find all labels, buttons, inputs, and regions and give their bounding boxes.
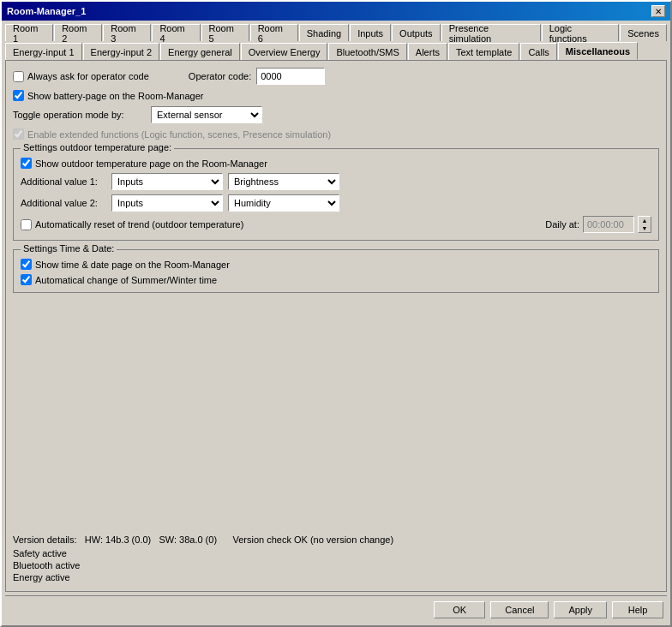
main-window: Room-Manager_1 ✕ Room 1 Room 2 Room 3 Ro… — [0, 0, 672, 627]
auto-summer-checkbox[interactable] — [21, 274, 32, 285]
auto-summer-label: Automatical change of Summer/Winter time — [35, 275, 217, 285]
tab-room4[interactable]: Room 4 — [152, 24, 200, 41]
auto-reset-checkbox-group: Automatically reset of trend (outdoor te… — [21, 219, 243, 230]
tab-presence-simulation[interactable]: Presence simulation — [441, 24, 541, 41]
ok-button[interactable]: OK — [434, 601, 485, 618]
input-select-1[interactable]: Inputs — [111, 173, 223, 190]
version-area: Version details: HW: 14b.3 (0.0) SW: 38a… — [13, 529, 659, 584]
window-content: Room 1 Room 2 Room 3 Room 4 Room 5 Room … — [2, 21, 670, 625]
outdoor-groupbox-title: Settings outdoor temperature page: — [21, 142, 174, 152]
always-ask-row: Always ask for operator code Operator co… — [13, 68, 659, 85]
time-spinner[interactable]: ▲ ▼ — [638, 216, 651, 233]
outdoor-groupbox-content: Show outdoor temperature page on the Roo… — [21, 158, 651, 233]
auto-summer-row: Automatical change of Summer/Winter time — [21, 274, 651, 285]
tab-outputs[interactable]: Outputs — [392, 24, 441, 41]
show-time-row: Show time & date page on the Room-Manage… — [21, 259, 651, 270]
window-title: Room-Manager_1 — [7, 6, 86, 16]
tab-inputs[interactable]: Inputs — [350, 24, 391, 41]
enable-extended-checkbox — [13, 128, 24, 140]
title-bar: Room-Manager_1 ✕ — [2, 2, 670, 21]
apply-button[interactable]: Apply — [554, 601, 607, 618]
bluetooth-status: Bluetooth active — [13, 560, 659, 570]
tab-room2[interactable]: Room 2 — [54, 24, 102, 41]
brightness-select[interactable]: Brightness — [228, 173, 339, 190]
toggle-label: Toggle operation mode by: — [13, 110, 146, 120]
toggle-mode-row: Toggle operation mode by: External senso… — [13, 106, 659, 123]
tab-bluetooth-sms[interactable]: Bluetooth/SMS — [328, 43, 406, 60]
show-outdoor-row: Show outdoor temperature page on the Roo… — [21, 158, 651, 169]
operator-code-input[interactable] — [256, 68, 325, 85]
additional-value2-row: Additional value 2: Inputs Humidity — [21, 194, 651, 212]
tab-logic-functions[interactable]: Logic functions — [542, 24, 620, 41]
time-date-groupbox: Settings Time & Date: Show time & date p… — [13, 249, 659, 293]
toggle-select[interactable]: External sensor — [151, 106, 262, 123]
auto-reset-label: Automatically reset of trend (outdoor te… — [35, 219, 243, 230]
help-button[interactable]: Help — [612, 601, 663, 618]
tab-scenes[interactable]: Scenes — [620, 24, 667, 41]
spin-up-button[interactable]: ▲ — [639, 217, 651, 224]
operator-code-label: Operator code: — [189, 71, 251, 81]
tab-room5[interactable]: Room 5 — [201, 24, 249, 41]
auto-reset-checkbox[interactable] — [21, 219, 32, 230]
outdoor-groupbox: Settings outdoor temperature page: Show … — [13, 148, 659, 241]
tab-room3[interactable]: Room 3 — [103, 24, 151, 41]
energy-status: Energy active — [13, 572, 659, 582]
safety-status: Safety active — [13, 548, 659, 558]
tab-miscellaneous[interactable]: Miscellaneous — [558, 42, 638, 60]
tab-energy-input2[interactable]: Energy-input 2 — [83, 43, 160, 60]
additional-value2-label: Additional value 2: — [21, 198, 106, 208]
version-check-label: Version check OK (no version change) — [232, 534, 393, 545]
show-outdoor-label: Show outdoor temperature page on the Roo… — [35, 158, 267, 169]
additional-value1-row: Additional value 1: Inputs Brightness — [21, 173, 651, 190]
show-battery-checkbox[interactable] — [13, 90, 24, 101]
always-ask-checkbox-group: Always ask for operator code — [13, 71, 149, 82]
close-button[interactable]: ✕ — [651, 5, 665, 17]
enable-extended-label: Enable extended functions (Logic functio… — [27, 129, 331, 140]
tab-calls[interactable]: Calls — [520, 43, 556, 60]
always-ask-checkbox[interactable] — [13, 71, 24, 82]
enable-extended-checkbox-group: Enable extended functions (Logic functio… — [13, 128, 331, 140]
tab-overview-energy[interactable]: Overview Energy — [241, 43, 328, 60]
time-input — [583, 216, 634, 233]
show-time-checkbox[interactable] — [21, 259, 32, 270]
input-select-2[interactable]: Inputs — [111, 194, 223, 212]
tab-text-template[interactable]: Text template — [448, 43, 519, 60]
tab-shading[interactable]: Shading — [299, 24, 349, 41]
tab-room6[interactable]: Room 6 — [250, 24, 298, 41]
daily-at-label: Daily at: — [545, 219, 579, 230]
show-battery-row: Show battery-page on the Room-Manager — [13, 90, 659, 101]
tab-room1[interactable]: Room 1 — [5, 24, 53, 41]
show-time-label: Show time & date page on the Room-Manage… — [35, 260, 230, 270]
spin-down-button[interactable]: ▼ — [639, 224, 651, 232]
tab-panel-content: Always ask for operator code Operator co… — [5, 60, 667, 592]
show-battery-label: Show battery-page on the Room-Manager — [27, 91, 203, 101]
tab-energy-input1[interactable]: Energy-input 1 — [5, 43, 82, 60]
hw-label: HW: 14b.3 (0.0) — [85, 534, 151, 545]
sw-label: SW: 38a.0 (0) — [159, 534, 217, 545]
enable-extended-row: Enable extended functions (Logic functio… — [13, 128, 659, 140]
humidity-select[interactable]: Humidity — [228, 194, 339, 212]
daily-at-row: Daily at: ▲ ▼ — [545, 216, 651, 233]
tab-row-1: Room 1 Room 2 Room 3 Room 4 Room 5 Room … — [5, 24, 667, 41]
auto-reset-row: Automatically reset of trend (outdoor te… — [21, 216, 651, 233]
bottom-buttons: OK Cancel Apply Help — [5, 595, 667, 622]
always-ask-label: Always ask for operator code — [27, 71, 149, 81]
version-label: Version details: — [13, 534, 77, 545]
tab-row-2: Energy-input 1 Energy-input 2 Energy gen… — [5, 43, 667, 60]
time-date-groupbox-content: Show time & date page on the Room-Manage… — [21, 259, 651, 285]
tab-energy-general[interactable]: Energy general — [160, 43, 240, 60]
tabs-container: Room 1 Room 2 Room 3 Room 4 Room 5 Room … — [5, 24, 667, 60]
time-date-groupbox-title: Settings Time & Date: — [21, 243, 117, 254]
version-text: Version details: HW: 14b.3 (0.0) SW: 38a… — [13, 534, 659, 545]
tab-alerts[interactable]: Alerts — [408, 43, 447, 60]
show-outdoor-checkbox[interactable] — [21, 158, 32, 169]
cancel-button[interactable]: Cancel — [490, 601, 549, 618]
additional-value1-label: Additional value 1: — [21, 176, 106, 187]
